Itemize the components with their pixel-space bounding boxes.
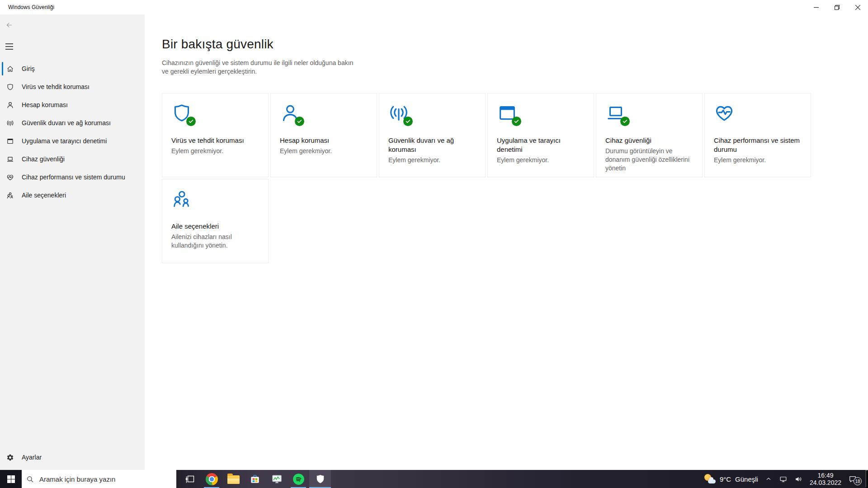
card-device-performance[interactable]: Cihaz performansı ve sistem durumu Eylem… [704, 93, 811, 177]
taskbar-app-spotify[interactable] [288, 470, 309, 488]
ok-check-badge-icon [403, 117, 413, 126]
shield-icon [6, 83, 14, 91]
page-title: Bir bakışta güvenlik [162, 37, 868, 52]
titlebar: Windows Güvenliği [0, 0, 868, 14]
restore-button[interactable] [826, 0, 847, 14]
gear-icon [6, 454, 14, 461]
ok-check-badge-icon [295, 117, 304, 126]
windows-logo-icon [7, 475, 15, 483]
heart-pulse-icon [6, 174, 14, 181]
sidebar-item-virus-threat[interactable]: Virüs ve tehdit koruması [0, 78, 145, 96]
sidebar-item-label: Güvenlik duvarı ve ağ koruması [22, 119, 111, 127]
check-icon [514, 118, 519, 124]
card-family-options[interactable]: Aile seçenekleri Ailenizi cihazları nası… [162, 179, 269, 263]
card-app-browser-control[interactable]: Uygulama ve tarayıcı denetimi Eylem gere… [487, 93, 594, 177]
card-device-security[interactable]: Cihaz güvenliği Durumu görüntüleyin ve d… [596, 93, 703, 177]
minimize-icon [814, 5, 819, 10]
ok-check-badge-icon [186, 117, 196, 126]
card-virus-threat-protection[interactable]: Virüs ve tehdit koruması Eylem gerekmiyo… [162, 93, 269, 177]
heart-pulse-icon [714, 103, 736, 126]
network-button[interactable] [779, 475, 788, 483]
back-button[interactable] [0, 17, 18, 33]
check-icon [405, 118, 411, 124]
search-input[interactable] [39, 475, 172, 483]
minimize-button[interactable] [806, 0, 826, 14]
heart-pulse-icon [714, 103, 735, 123]
card-status: Eylem gerekmiyor. [714, 156, 802, 164]
selected-indicator [2, 62, 3, 75]
taskbar-app-windows-security[interactable] [309, 470, 331, 488]
taskbar-app-task-view[interactable] [179, 470, 201, 488]
taskbar-app-file-explorer[interactable] [222, 470, 244, 488]
sidebar-settings[interactable]: Ayarlar [0, 448, 145, 466]
sidebar-item-device-security[interactable]: Cihaz güvenliği [0, 150, 145, 168]
speaker-icon [794, 475, 803, 483]
taskbar: 9°C Güneşli 16:49 24.03.2022 18 [0, 470, 868, 488]
main-content: Bir bakışta güvenlik Cihazınızın güvenli… [145, 14, 868, 470]
spotify-icon [292, 473, 305, 485]
restore-icon [835, 5, 840, 10]
person-icon [280, 103, 302, 126]
app-window-icon [497, 103, 519, 126]
search-icon [26, 475, 34, 483]
sidebar: Giriş Virüs ve tehdit koruması Hesap kor… [0, 14, 145, 470]
start-button[interactable] [0, 470, 22, 488]
taskbar-app-microsoft-store[interactable] [244, 470, 266, 488]
system-tray: 9°C Güneşli 16:49 24.03.2022 18 [704, 470, 865, 488]
volume-button[interactable] [794, 475, 803, 483]
sidebar-item-label: Cihaz performansı ve sistem durumu [22, 174, 125, 181]
card-title: Cihaz performansı ve sistem durumu [714, 136, 802, 154]
clock[interactable]: 16:49 24.03.2022 [810, 472, 841, 486]
tray-overflow-button[interactable] [765, 475, 772, 483]
app-window-icon [6, 137, 14, 145]
back-icon [5, 21, 13, 29]
security-cards-grid: Virüs ve tehdit koruması Eylem gerekmiyo… [162, 93, 815, 263]
card-status: Eylem gerekmiyor. [497, 156, 585, 164]
sidebar-nav: Giriş Virüs ve tehdit koruması Hesap kor… [0, 60, 145, 204]
sidebar-item-family-options[interactable]: Aile seçenekleri [0, 186, 145, 204]
notification-badge: 18 [854, 477, 862, 485]
taskbar-app-google-chrome[interactable] [201, 470, 222, 488]
card-title: Uygulama ve tarayıcı denetimi [497, 136, 585, 154]
clock-date: 24.03.2022 [810, 479, 841, 486]
task-view-icon [184, 474, 195, 484]
network-icon [779, 475, 788, 483]
sidebar-item-device-performance[interactable]: Cihaz performansı ve sistem durumu [0, 168, 145, 186]
sidebar-item-home[interactable]: Giriş [0, 60, 145, 78]
settings-label: Ayarlar [22, 454, 42, 461]
check-icon [188, 118, 194, 124]
firewall-icon [6, 119, 14, 127]
card-firewall-network[interactable]: Güvenlik duvarı ve ağ koruması Eylem ger… [379, 93, 486, 177]
card-title: Güvenlik duvarı ve ağ koruması [388, 136, 476, 154]
card-status: Eylem gerekmiyor. [171, 147, 259, 155]
action-center-button[interactable]: 18 [848, 474, 860, 483]
taskbar-search[interactable] [22, 470, 176, 488]
sidebar-item-account[interactable]: Hesap koruması [0, 96, 145, 114]
chrome-icon [206, 473, 218, 485]
card-title: Virüs ve tehdit koruması [171, 136, 259, 145]
taskbar-app-task-manager[interactable] [266, 470, 288, 488]
task-manager-icon [271, 473, 283, 485]
window-title: Windows Güvenliği [0, 4, 806, 10]
ok-check-badge-icon [512, 117, 521, 126]
sidebar-item-label: Cihaz güvenliği [22, 155, 65, 163]
ok-check-badge-icon [620, 117, 630, 126]
person-icon [6, 101, 14, 109]
sidebar-item-label: Virüs ve tehdit koruması [22, 83, 90, 90]
check-icon [297, 118, 302, 124]
card-account-protection[interactable]: Hesap koruması Eylem gerekmiyor. [270, 93, 377, 177]
sidebar-item-app-browser[interactable]: Uygulama ve tarayıcı denetimi [0, 132, 145, 150]
hamburger-icon [5, 43, 13, 50]
windows-security-icon [315, 474, 326, 485]
chevron-up-icon [765, 475, 772, 483]
weather-condition: Güneşli [735, 475, 758, 483]
clock-time: 16:49 [810, 472, 841, 479]
show-desktop-button[interactable] [865, 470, 868, 488]
sidebar-item-firewall-network[interactable]: Güvenlik duvarı ve ağ koruması [0, 114, 145, 132]
card-status: Eylem gerekmiyor. [280, 147, 368, 155]
home-icon [6, 65, 14, 73]
weather-widget[interactable]: 9°C Güneşli [704, 474, 758, 484]
close-button[interactable] [847, 0, 868, 14]
hamburger-menu-button[interactable] [0, 39, 18, 54]
microsoft-store-icon [249, 473, 261, 485]
